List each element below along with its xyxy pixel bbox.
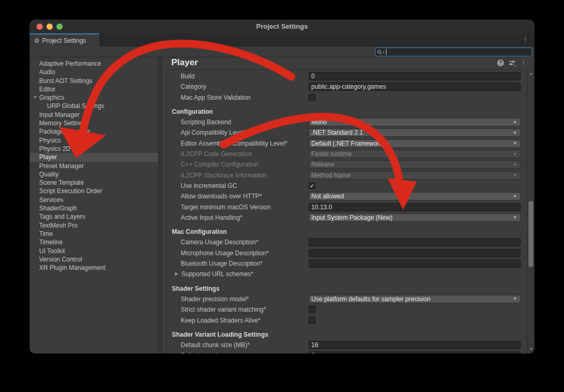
sidebar-item-script-execution-order[interactable]: Script Execution Order [30, 187, 158, 195]
sidebar-item-player[interactable]: Player [30, 153, 158, 161]
mac-app-store-validation-checkbox[interactable] [309, 94, 315, 101]
row-microphone-usage-description: Microphone Usage Description* [167, 248, 523, 258]
tab-project-settings[interactable]: ⚙ Project Settings [30, 33, 99, 46]
scripting-backend-dropdown[interactable]: Mono ▼ [309, 118, 521, 126]
sidebar-splitter[interactable] [158, 57, 162, 353]
editor-assemblies-compatibility-dropdown[interactable]: Default (.NET Framework) ▼ [309, 139, 521, 148]
row-allow-downloads-over-http: Allow downloads over HTTP* Not allowed ▼ [167, 191, 523, 201]
sidebar-item-burst-aot-settings[interactable]: Burst AOT Settings [30, 77, 158, 85]
row-default-chunk-size: Default chunk size (MB)* 16 [167, 340, 523, 350]
sidebar-item-label: TextMesh Pro [39, 222, 77, 229]
dropdown-value: Use platform defaults for sampler precis… [311, 295, 513, 303]
sidebar-item-physics[interactable]: Physics [30, 136, 158, 145]
sidebar-item-ui-toolkit[interactable]: UI Toolkit [30, 247, 158, 255]
sidebar-item-label: Adaptive Performance [39, 60, 101, 67]
preset-icon[interactable] [509, 60, 515, 66]
row-build: Build 0 [167, 71, 523, 81]
sidebar-item-preset-manager[interactable]: Preset Manager [30, 162, 158, 170]
row-supported-url-schemes[interactable]: ▶ Supported URL schemes* [167, 269, 523, 279]
chevron-down-icon: ▼ [513, 141, 517, 146]
sidebar-item-audio[interactable]: Audio [30, 68, 158, 76]
dropdown-value: Faster runtime [311, 150, 513, 158]
field-value: 10.13.0 [311, 204, 332, 211]
screenshot-stage: Project Settings ⚙ Project Settings ⋮ ▾ [0, 0, 564, 392]
scrollbar-thumb[interactable] [528, 201, 533, 267]
search-filter-chevron-icon[interactable]: ▾ [383, 50, 384, 54]
sidebar-item-editor[interactable]: Editor [30, 85, 158, 93]
camera-usage-description-input[interactable] [309, 238, 521, 246]
sidebar-item-services[interactable]: Services [30, 196, 158, 204]
sidebar-item-physics-2d[interactable]: Physics 2D [30, 145, 158, 153]
sidebar-item-label: URP Global Settings [47, 102, 104, 110]
sidebar-item-adaptive-performance[interactable]: Adaptive Performance [30, 60, 158, 68]
check-icon: ✓ [310, 183, 314, 189]
sidebar-item-label: Burst AOT Settings [39, 77, 92, 85]
sidebar-item-label: Services [39, 196, 63, 204]
vertical-scrollbar[interactable]: ▲ ▼ [527, 69, 534, 353]
sidebar-item-label: Input Manager [39, 111, 79, 118]
sidebar-item-version-control[interactable]: Version Control [30, 255, 158, 264]
shader-precision-model-dropdown[interactable]: Use platform defaults for sampler precis… [309, 295, 521, 303]
player-settings-panel: Player ? ⋮ [162, 57, 534, 353]
api-compatibility-level-dropdown[interactable]: .NET Standard 2.1 ▼ [309, 128, 521, 137]
category-input[interactable]: public.app-category.games [309, 82, 521, 91]
search-input[interactable]: ▾ [375, 47, 532, 56]
tab-menu-kebab-icon[interactable]: ⋮ [522, 35, 529, 43]
sidebar-item-label: Timeline [39, 239, 63, 246]
microphone-usage-description-input[interactable] [309, 249, 521, 257]
sidebar-item-memory-settings[interactable]: Memory Settings [30, 119, 158, 127]
dropdown-value: .NET Standard 2.1 [311, 129, 513, 136]
dropdown-value: Release [311, 161, 513, 168]
sidebar-item-xr-plugin-management[interactable]: XR Plugin Management [30, 264, 158, 272]
scroll-down-icon[interactable]: ▼ [527, 346, 534, 352]
il2cpp-stacktrace-information-dropdown: Method Name ▼ [309, 171, 521, 180]
field-label: IL2CPP Stacktrace Information [181, 170, 267, 181]
bluetooth-usage-description-input[interactable] [309, 259, 521, 268]
sidebar-item-tags-and-layers[interactable]: Tags and Layers [30, 212, 158, 221]
sidebar-item-time[interactable]: Time [30, 230, 158, 238]
dropdown-value: Not allowed [311, 193, 513, 200]
panel-menu-kebab-icon[interactable]: ⋮ [520, 60, 527, 66]
scroll-up-icon[interactable]: ▲ [527, 70, 534, 77]
field-label: Default chunk count* [181, 350, 239, 353]
gear-icon: ⚙ [34, 38, 40, 44]
chevron-down-icon: ▼ [513, 130, 517, 135]
sidebar-item-shadergraph[interactable]: ShaderGraph [30, 204, 158, 212]
sidebar-item-textmesh-pro[interactable]: TextMesh Pro [30, 221, 158, 230]
sidebar-item-label: Script Execution Order [39, 187, 102, 195]
keep-loaded-shaders-alive-checkbox[interactable] [309, 317, 315, 324]
build-input[interactable]: 0 [309, 72, 521, 80]
active-input-handling-dropdown[interactable]: Input System Package (New) ▼ [309, 213, 521, 222]
sidebar-item-package-manager[interactable]: Package Manager [30, 127, 158, 136]
chevron-down-icon: ▼ [513, 173, 517, 177]
foldout-closed-icon[interactable]: ▶ [175, 269, 178, 279]
sidebar-item-quality[interactable]: Quality [30, 170, 158, 179]
sidebar-item-input-manager[interactable]: Input Manager [30, 111, 158, 119]
help-icon[interactable]: ? [497, 60, 504, 66]
target-minimum-macos-version-input[interactable]: 10.13.0 [309, 203, 521, 211]
default-chunk-count-input[interactable]: 0 [309, 351, 521, 353]
panel-header: Player ? ⋮ [162, 57, 534, 69]
settings-scrollview: Build 0 Category public.app-category.gam… [166, 69, 523, 353]
settings-category-sidebar: Adaptive Performance Audio Burst AOT Set… [30, 57, 158, 353]
row-editor-assemblies-compatibility-level: Editor Assemblies Compatibility Level* D… [167, 138, 523, 149]
titlebar: Project Settings [30, 20, 534, 33]
row-scripting-backend: Scripting Backend Mono ▼ [167, 117, 523, 127]
sidebar-item-timeline[interactable]: Timeline [30, 238, 158, 246]
sidebar-item-scene-template[interactable]: Scene Template [30, 179, 158, 187]
field-value: public.app-category.games [311, 83, 386, 90]
foldout-open-icon[interactable]: ▼ [32, 93, 38, 102]
field-label: Api Compatibility Level* [181, 127, 246, 138]
section-title: Mac Configuration [172, 227, 227, 237]
allow-downloads-over-http-dropdown[interactable]: Not allowed ▼ [309, 192, 521, 200]
row-use-incremental-gc: Use incremental GC ✓ [167, 181, 523, 191]
default-chunk-size-input[interactable]: 16 [309, 341, 521, 349]
strict-shader-variant-matching-checkbox[interactable] [309, 306, 315, 313]
sidebar-item-label: XR Plugin Management [39, 264, 105, 271]
sidebar-item-graphics[interactable]: ▼ Graphics [30, 93, 158, 102]
chevron-down-icon: ▼ [513, 194, 517, 199]
field-value: 16 [311, 341, 318, 349]
field-value: 0 [311, 352, 315, 353]
use-incremental-gc-checkbox[interactable]: ✓ [309, 182, 315, 189]
sidebar-item-urp-global-settings[interactable]: URP Global Settings [30, 102, 158, 110]
